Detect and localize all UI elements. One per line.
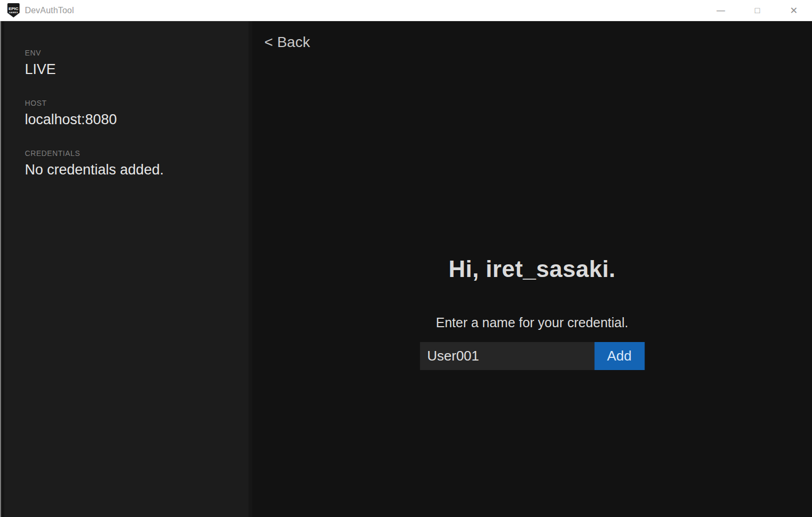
credential-form: Hi, iret_sasaki. Enter a name for your c… [420,255,644,370]
greeting-heading: Hi, iret_sasaki. [420,255,644,283]
credential-prompt: Enter a name for your credential. [420,315,644,330]
credentials-label: CREDENTIALS [25,149,248,158]
epic-logo-text-top: EPIC [8,7,19,11]
credentials-empty-message: No credentials added. [25,161,248,178]
back-link[interactable]: < Back [264,34,310,51]
credential-name-input[interactable] [420,342,594,370]
add-credential-button[interactable]: Add [594,342,644,370]
window-body: ENV LIVE HOST localhost:8080 CREDENTIALS… [0,21,812,517]
epic-logo-text-bottom: GAMES [9,11,18,14]
host-label: HOST [25,99,248,107]
epic-games-logo-icon: EPIC GAMES [7,3,20,17]
main-panel: < Back Hi, iret_sasaki. Enter a name for… [252,21,812,517]
window-title: DevAuthTool [25,6,74,15]
window-controls: — □ ✕ [703,0,812,21]
maximize-button[interactable]: □ [739,0,776,21]
sidebar-left-strip [1,21,4,517]
close-icon: ✕ [790,5,798,16]
titlebar[interactable]: EPIC GAMES DevAuthTool — □ ✕ [0,0,812,21]
minimize-icon: — [717,6,725,15]
credential-input-row: Add [420,342,644,370]
sidebar: ENV LIVE HOST localhost:8080 CREDENTIALS… [0,21,252,517]
env-label: ENV [25,49,248,57]
env-group: ENV LIVE [25,49,248,78]
close-button[interactable]: ✕ [776,0,812,21]
maximize-icon: □ [755,6,760,15]
host-group: HOST localhost:8080 [25,99,248,128]
credentials-group: CREDENTIALS No credentials added. [25,149,248,178]
host-value: localhost:8080 [25,111,248,128]
env-value: LIVE [25,61,248,78]
minimize-button[interactable]: — [703,0,739,21]
